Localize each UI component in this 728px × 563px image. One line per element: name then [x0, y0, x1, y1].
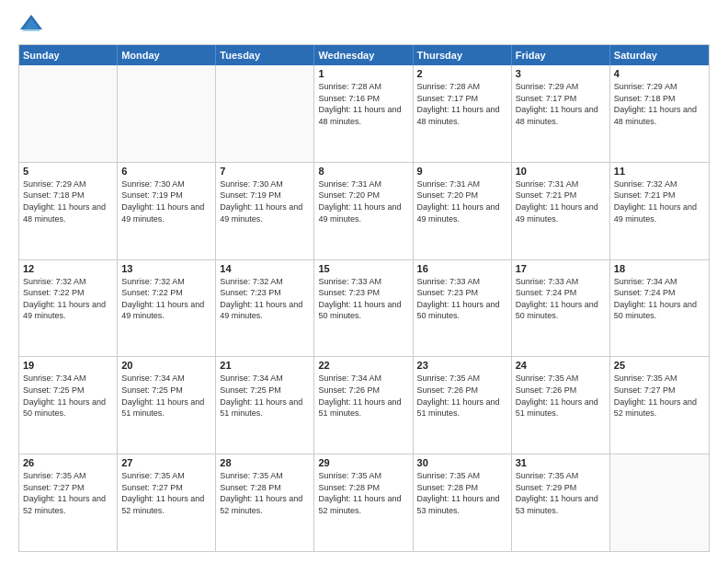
- cal-cell-day-16: 16Sunrise: 7:33 AM Sunset: 7:23 PM Dayli…: [414, 260, 512, 357]
- day-number: 12: [23, 263, 113, 274]
- day-number: 26: [23, 457, 113, 468]
- day-info: Sunrise: 7:34 AM Sunset: 7:26 PM Dayligh…: [318, 373, 408, 419]
- day-info: Sunrise: 7:35 AM Sunset: 7:28 PM Dayligh…: [318, 470, 408, 516]
- day-info: Sunrise: 7:33 AM Sunset: 7:23 PM Dayligh…: [318, 276, 408, 322]
- day-info: Sunrise: 7:35 AM Sunset: 7:26 PM Dayligh…: [516, 373, 606, 419]
- cal-cell-day-9: 9Sunrise: 7:31 AM Sunset: 7:20 PM Daylig…: [414, 163, 512, 259]
- day-info: Sunrise: 7:28 AM Sunset: 7:16 PM Dayligh…: [318, 81, 408, 127]
- cal-cell-empty: [118, 65, 216, 162]
- cal-cell-day-24: 24Sunrise: 7:35 AM Sunset: 7:26 PM Dayli…: [512, 357, 610, 454]
- cal-cell-day-14: 14Sunrise: 7:32 AM Sunset: 7:23 PM Dayli…: [216, 260, 314, 357]
- day-number: 17: [516, 263, 606, 274]
- cal-header-thursday: Thursday: [414, 45, 512, 65]
- day-number: 24: [516, 360, 606, 371]
- day-number: 8: [318, 166, 408, 177]
- day-number: 21: [220, 360, 310, 371]
- day-number: 31: [516, 457, 606, 468]
- page: SundayMondayTuesdayWednesdayThursdayFrid…: [0, 0, 728, 563]
- day-number: 10: [516, 166, 606, 177]
- cal-cell-day-29: 29Sunrise: 7:35 AM Sunset: 7:28 PM Dayli…: [314, 454, 413, 551]
- day-info: Sunrise: 7:35 AM Sunset: 7:28 PM Dayligh…: [417, 470, 507, 516]
- cal-cell-empty: [610, 454, 709, 551]
- day-number: 9: [417, 166, 507, 177]
- calendar: SundayMondayTuesdayWednesdayThursdayFrid…: [18, 44, 710, 552]
- cal-cell-day-22: 22Sunrise: 7:34 AM Sunset: 7:26 PM Dayli…: [314, 357, 413, 454]
- cal-week-3: 12Sunrise: 7:32 AM Sunset: 7:22 PM Dayli…: [19, 259, 709, 357]
- day-info: Sunrise: 7:29 AM Sunset: 7:18 PM Dayligh…: [614, 81, 705, 127]
- cal-header-monday: Monday: [118, 45, 216, 65]
- day-info: Sunrise: 7:29 AM Sunset: 7:17 PM Dayligh…: [516, 81, 606, 127]
- cal-cell-day-25: 25Sunrise: 7:35 AM Sunset: 7:27 PM Dayli…: [610, 357, 709, 454]
- cal-cell-day-27: 27Sunrise: 7:35 AM Sunset: 7:27 PM Dayli…: [118, 454, 216, 551]
- day-info: Sunrise: 7:31 AM Sunset: 7:20 PM Dayligh…: [318, 178, 408, 224]
- cal-cell-day-17: 17Sunrise: 7:33 AM Sunset: 7:24 PM Dayli…: [512, 260, 610, 357]
- day-number: 2: [417, 68, 507, 79]
- day-info: Sunrise: 7:35 AM Sunset: 7:27 PM Dayligh…: [121, 470, 211, 516]
- cal-cell-day-7: 7Sunrise: 7:30 AM Sunset: 7:19 PM Daylig…: [216, 163, 314, 259]
- cal-cell-day-5: 5Sunrise: 7:29 AM Sunset: 7:18 PM Daylig…: [19, 163, 118, 259]
- day-info: Sunrise: 7:32 AM Sunset: 7:22 PM Dayligh…: [23, 276, 113, 322]
- day-number: 6: [121, 166, 211, 177]
- cal-cell-day-23: 23Sunrise: 7:35 AM Sunset: 7:26 PM Dayli…: [414, 357, 512, 454]
- day-number: 7: [220, 166, 310, 177]
- day-number: 22: [318, 360, 408, 371]
- cal-week-1: 1Sunrise: 7:28 AM Sunset: 7:16 PM Daylig…: [19, 65, 709, 162]
- cal-cell-empty: [19, 65, 118, 162]
- day-info: Sunrise: 7:33 AM Sunset: 7:24 PM Dayligh…: [516, 276, 606, 322]
- day-number: 28: [220, 457, 310, 468]
- day-number: 18: [614, 263, 705, 274]
- day-number: 29: [318, 457, 408, 468]
- day-info: Sunrise: 7:31 AM Sunset: 7:20 PM Dayligh…: [417, 178, 507, 224]
- cal-cell-day-1: 1Sunrise: 7:28 AM Sunset: 7:16 PM Daylig…: [314, 65, 413, 162]
- day-number: 3: [516, 68, 606, 79]
- day-number: 19: [23, 360, 113, 371]
- logo-icon: [18, 11, 44, 37]
- day-number: 14: [220, 263, 310, 274]
- cal-cell-day-28: 28Sunrise: 7:35 AM Sunset: 7:28 PM Dayli…: [216, 454, 314, 551]
- cal-week-5: 26Sunrise: 7:35 AM Sunset: 7:27 PM Dayli…: [19, 454, 709, 551]
- day-info: Sunrise: 7:30 AM Sunset: 7:19 PM Dayligh…: [121, 178, 211, 224]
- day-number: 30: [417, 457, 507, 468]
- logo: [18, 15, 48, 37]
- day-info: Sunrise: 7:28 AM Sunset: 7:17 PM Dayligh…: [417, 81, 507, 127]
- cal-cell-day-10: 10Sunrise: 7:31 AM Sunset: 7:21 PM Dayli…: [512, 163, 610, 259]
- cal-cell-day-26: 26Sunrise: 7:35 AM Sunset: 7:27 PM Dayli…: [19, 454, 118, 551]
- day-number: 13: [121, 263, 211, 274]
- cal-cell-day-3: 3Sunrise: 7:29 AM Sunset: 7:17 PM Daylig…: [512, 65, 610, 162]
- cal-cell-day-13: 13Sunrise: 7:32 AM Sunset: 7:22 PM Dayli…: [118, 260, 216, 357]
- cal-week-2: 5Sunrise: 7:29 AM Sunset: 7:18 PM Daylig…: [19, 162, 709, 259]
- day-info: Sunrise: 7:34 AM Sunset: 7:25 PM Dayligh…: [23, 373, 113, 419]
- day-number: 23: [417, 360, 507, 371]
- cal-cell-day-4: 4Sunrise: 7:29 AM Sunset: 7:18 PM Daylig…: [610, 65, 709, 162]
- cal-cell-empty: [216, 65, 314, 162]
- day-info: Sunrise: 7:31 AM Sunset: 7:21 PM Dayligh…: [516, 178, 606, 224]
- day-number: 11: [614, 166, 705, 177]
- cal-cell-day-12: 12Sunrise: 7:32 AM Sunset: 7:22 PM Dayli…: [19, 260, 118, 357]
- day-number: 5: [23, 166, 113, 177]
- cal-cell-day-11: 11Sunrise: 7:32 AM Sunset: 7:21 PM Dayli…: [610, 163, 709, 259]
- day-number: 20: [121, 360, 211, 371]
- cal-header-tuesday: Tuesday: [216, 45, 314, 65]
- cal-cell-day-18: 18Sunrise: 7:34 AM Sunset: 7:24 PM Dayli…: [610, 260, 709, 357]
- cal-header-saturday: Saturday: [610, 45, 709, 65]
- cal-header-wednesday: Wednesday: [314, 45, 413, 65]
- day-info: Sunrise: 7:32 AM Sunset: 7:22 PM Dayligh…: [121, 276, 211, 322]
- day-number: 16: [417, 263, 507, 274]
- cal-cell-day-8: 8Sunrise: 7:31 AM Sunset: 7:20 PM Daylig…: [314, 163, 413, 259]
- day-info: Sunrise: 7:34 AM Sunset: 7:25 PM Dayligh…: [220, 373, 310, 419]
- cal-cell-day-31: 31Sunrise: 7:35 AM Sunset: 7:29 PM Dayli…: [512, 454, 610, 551]
- day-info: Sunrise: 7:29 AM Sunset: 7:18 PM Dayligh…: [23, 178, 113, 224]
- day-info: Sunrise: 7:35 AM Sunset: 7:27 PM Dayligh…: [23, 470, 113, 516]
- cal-week-4: 19Sunrise: 7:34 AM Sunset: 7:25 PM Dayli…: [19, 356, 709, 454]
- header: [18, 15, 710, 37]
- day-info: Sunrise: 7:35 AM Sunset: 7:29 PM Dayligh…: [516, 470, 606, 516]
- cal-cell-day-6: 6Sunrise: 7:30 AM Sunset: 7:19 PM Daylig…: [118, 163, 216, 259]
- cal-header-friday: Friday: [512, 45, 610, 65]
- day-info: Sunrise: 7:34 AM Sunset: 7:25 PM Dayligh…: [121, 373, 211, 419]
- cal-cell-day-20: 20Sunrise: 7:34 AM Sunset: 7:25 PM Dayli…: [118, 357, 216, 454]
- calendar-body: 1Sunrise: 7:28 AM Sunset: 7:16 PM Daylig…: [19, 65, 709, 551]
- cal-header-sunday: Sunday: [19, 45, 118, 65]
- day-number: 1: [318, 68, 408, 79]
- cal-cell-day-2: 2Sunrise: 7:28 AM Sunset: 7:17 PM Daylig…: [414, 65, 512, 162]
- day-info: Sunrise: 7:32 AM Sunset: 7:21 PM Dayligh…: [614, 178, 705, 224]
